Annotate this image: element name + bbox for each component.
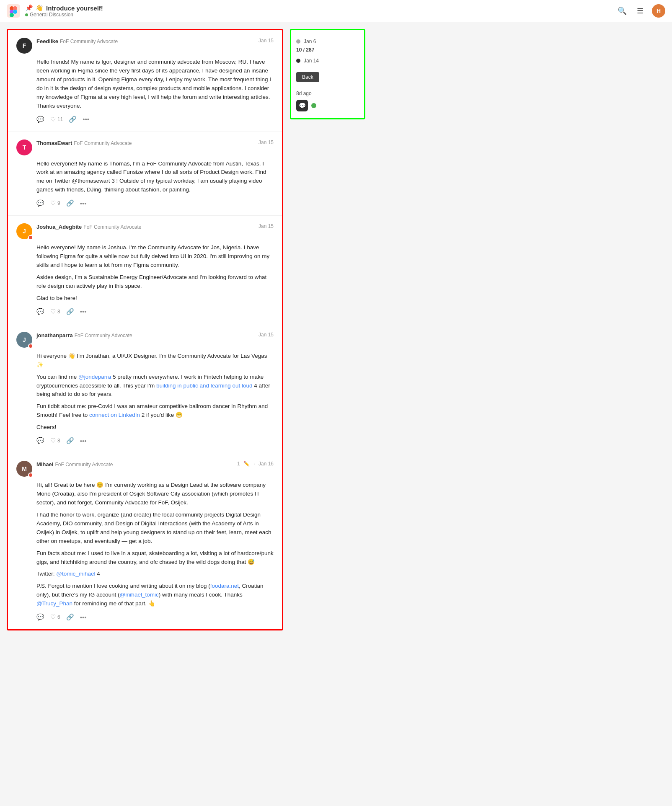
post-date: Jan 15 bbox=[258, 38, 274, 44]
post-body: Hello friends! My name is Igor, designer… bbox=[36, 58, 274, 111]
share-link-button[interactable]: 🔗 bbox=[66, 612, 74, 622]
reply-icon: 💬 bbox=[36, 308, 44, 315]
post-1: FFeedlikeFoF Community AdvocateJan 15Hel… bbox=[8, 30, 282, 132]
post-meta: jonathanparraFoF Community Advocate bbox=[36, 332, 258, 338]
reply-button[interactable]: 💬 bbox=[36, 612, 44, 622]
online-dot bbox=[311, 103, 316, 108]
heart-icon: ♡ bbox=[50, 308, 56, 315]
post-paragraph: Cheers! bbox=[36, 423, 274, 432]
post-meta: ThomasEwartFoF Community Advocate bbox=[36, 140, 258, 146]
timeline-date-2: Jan 14 bbox=[304, 58, 319, 64]
post-avatar: F bbox=[16, 38, 32, 54]
post-paragraph: P.S. Forgot to mention I love cooking an… bbox=[36, 582, 274, 608]
more-button[interactable]: ••• bbox=[80, 199, 87, 208]
share-link-button[interactable]: 🔗 bbox=[69, 115, 77, 124]
post-header: FFeedlikeFoF Community AdvocateJan 15 bbox=[16, 38, 274, 54]
like-count: 6 bbox=[57, 614, 60, 620]
chat-icon[interactable]: 💬 bbox=[296, 100, 308, 111]
search-icon: 🔍 bbox=[618, 7, 627, 15]
app-logo bbox=[7, 4, 20, 18]
reply-icon: 💬 bbox=[36, 116, 44, 123]
post-paragraph: Hello everyone! My name is Joshua. I'm t… bbox=[36, 243, 274, 270]
post-author: jonathanparra bbox=[36, 332, 73, 338]
post-author: Joshua_Adegbite bbox=[36, 224, 82, 230]
post-role: FoF Community Advocate bbox=[83, 224, 141, 230]
header-subtitle: General Discussion bbox=[25, 12, 616, 18]
post-body: Hello everyone!! My name is Thomas, I'm … bbox=[36, 160, 274, 195]
post-paragraph: Hello friends! My name is Igor, designer… bbox=[36, 58, 274, 111]
post-4: JjonathanparraFoF Community AdvocateJan … bbox=[8, 324, 282, 453]
post-2: TThomasEwartFoF Community AdvocateJan 15… bbox=[8, 132, 282, 216]
like-count: 8 bbox=[57, 309, 60, 315]
post-header: JjonathanparraFoF Community AdvocateJan … bbox=[16, 332, 274, 348]
like-button[interactable]: ♡8 bbox=[50, 307, 60, 316]
post-meta: FeedlikeFoF Community Advocate bbox=[36, 38, 258, 44]
user-avatar[interactable]: H bbox=[652, 4, 665, 18]
link-icon: 🔗 bbox=[66, 308, 74, 315]
reply-button[interactable]: 💬 bbox=[36, 199, 44, 208]
post-avatar: T bbox=[16, 140, 32, 155]
reply-icon: 💬 bbox=[36, 613, 44, 621]
post-role: FoF Community Advocate bbox=[75, 333, 132, 338]
sidebar-icons: 💬 bbox=[296, 100, 359, 111]
post-role: FoF Community Advocate bbox=[60, 39, 118, 44]
header-title-area: 📌 👋 Introduce yourself! General Discussi… bbox=[25, 4, 616, 18]
user-initial: H bbox=[656, 8, 661, 14]
share-link-button[interactable]: 🔗 bbox=[66, 436, 74, 445]
share-link-button[interactable]: 🔗 bbox=[66, 307, 74, 316]
back-button[interactable]: Back bbox=[296, 72, 319, 82]
menu-button[interactable]: ☰ bbox=[635, 5, 645, 17]
post-header: MMihaelFoF Community Advocate1✏️·Jan 16 bbox=[16, 461, 274, 477]
post-date: Jan 16 bbox=[258, 461, 274, 467]
post-header: TThomasEwartFoF Community AdvocateJan 15 bbox=[16, 140, 274, 155]
post-paragraph: Hello everyone!! My name is Thomas, I'm … bbox=[36, 160, 274, 195]
post-meta: Joshua_AdegbiteFoF Community Advocate bbox=[36, 223, 258, 230]
link-icon: 🔗 bbox=[66, 199, 74, 207]
more-button[interactable]: ••• bbox=[80, 613, 87, 622]
post-paragraph: Hi, all! Great to be here 😊 I'm currentl… bbox=[36, 481, 274, 507]
like-button[interactable]: ♡11 bbox=[50, 115, 63, 124]
menu-icon: ☰ bbox=[637, 7, 644, 15]
reply-button[interactable]: 💬 bbox=[36, 115, 44, 124]
share-link-button[interactable]: 🔗 bbox=[66, 199, 74, 208]
reply-button[interactable]: 💬 bbox=[36, 436, 44, 445]
more-icon: ••• bbox=[80, 200, 87, 207]
post-author: ThomasEwart bbox=[36, 140, 72, 146]
heart-icon: ♡ bbox=[50, 116, 56, 123]
like-button[interactable]: ♡9 bbox=[50, 199, 60, 208]
post-paragraph: Fun facts about me: I used to live in a … bbox=[36, 549, 274, 567]
post-actions: 💬♡11🔗••• bbox=[36, 115, 274, 124]
page-layout: FFeedlikeFoF Community AdvocateJan 15Hel… bbox=[0, 22, 672, 637]
post-meta: MihaelFoF Community Advocate bbox=[36, 461, 237, 468]
fraction-value: 10 / 287 bbox=[296, 47, 314, 53]
avatar-badge bbox=[28, 344, 33, 349]
like-button[interactable]: ♡8 bbox=[50, 436, 60, 445]
more-icon: ••• bbox=[83, 116, 89, 123]
app-header: 📌 👋 Introduce yourself! General Discussi… bbox=[0, 0, 672, 22]
title-text: Introduce yourself! bbox=[46, 5, 103, 12]
post-date: Jan 15 bbox=[258, 223, 274, 229]
timeline-date-1: Jan 6 bbox=[304, 39, 316, 44]
main-content: FFeedlikeFoF Community AdvocateJan 15Hel… bbox=[7, 29, 283, 630]
post-role: FoF Community Advocate bbox=[74, 140, 132, 146]
more-button[interactable]: ••• bbox=[83, 115, 89, 124]
reply-icon: 💬 bbox=[36, 199, 44, 207]
more-button[interactable]: ••• bbox=[80, 307, 87, 316]
search-button[interactable]: 🔍 bbox=[616, 5, 628, 17]
heart-icon: ♡ bbox=[50, 199, 56, 207]
wave-icon: 👋 bbox=[36, 4, 44, 12]
avatar-badge bbox=[28, 473, 33, 478]
post-date: Jan 15 bbox=[258, 140, 274, 145]
post-paragraph: Twitter: @tomic_mihael 4 bbox=[36, 570, 274, 579]
post-paragraph: Glad to be here! bbox=[36, 294, 274, 303]
post-author: Mihael bbox=[36, 461, 53, 468]
post-date: Jan 15 bbox=[258, 332, 274, 338]
post-5: MMihaelFoF Community Advocate1✏️·Jan 16H… bbox=[8, 453, 282, 629]
post-actions: 💬♡8🔗••• bbox=[36, 436, 274, 445]
more-icon: ••• bbox=[80, 614, 87, 621]
like-button[interactable]: ♡6 bbox=[50, 612, 60, 622]
timeline-entry-2: Jan 14 bbox=[296, 58, 359, 64]
more-button[interactable]: ••• bbox=[80, 437, 87, 445]
reply-button[interactable]: 💬 bbox=[36, 307, 44, 316]
online-indicator bbox=[25, 13, 28, 16]
